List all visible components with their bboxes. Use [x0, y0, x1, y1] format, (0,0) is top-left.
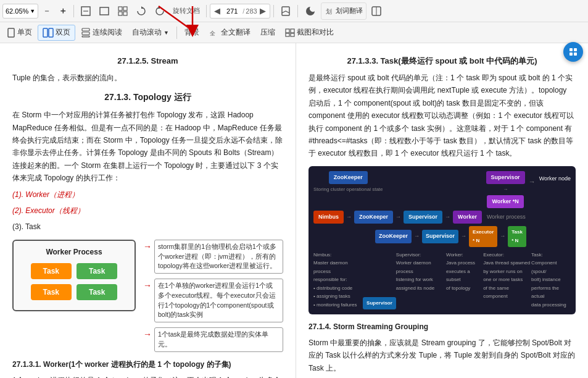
list-2-text: (2). Executor（线程） — [12, 206, 85, 215]
word-translate-button[interactable]: 划 划词翻译 — [321, 2, 366, 20]
supervisor-cell-1: Supervisor — [486, 171, 525, 184]
page-separator: / — [242, 7, 244, 15]
auto-scroll-button[interactable]: 自动滚动 ▼ — [128, 25, 173, 41]
svg-rect-20 — [82, 32, 89, 35]
svg-rect-27 — [569, 48, 573, 51]
zoom-value: 62.05% — [6, 7, 28, 15]
nimbus-cell: Nimbus — [313, 211, 344, 224]
compress-label: 压缩 — [260, 27, 275, 38]
task-button-3: Task — [31, 284, 72, 300]
executor-cell: Executor* N — [469, 226, 497, 246]
task-section-text: 是最终运行 spout 或 bolt 代码的单元（注：1 个 task 即为 s… — [308, 72, 576, 160]
capture-button[interactable]: 截图和对比 — [281, 25, 338, 41]
annotation-3: → 1个task是最终完成数据处理的实体单元。 — [143, 327, 283, 352]
storm-architecture-diagram: ZooKeeper Storing cluster operational st… — [308, 166, 576, 314]
toolbar-row2: 单页 双页 连续阅读 自动滚动 ▼ 背景 全 全文翻译 压缩 截图和对比 — [0, 22, 588, 43]
ann-arrow-3: → — [143, 327, 152, 342]
single-page-button[interactable]: 单页 — [2, 25, 36, 41]
fit-width-button[interactable] — [96, 2, 113, 20]
continuous-read-button[interactable]: 连续阅读 — [77, 25, 126, 41]
page-total: 283 — [246, 7, 257, 15]
separator3 — [273, 5, 274, 17]
topology-p1: 在 Storm 中一个对应用的计算任务被打包作 Topology 发布，这跟 H… — [12, 109, 283, 184]
list-item-1: (1). Worker（进程） — [12, 188, 283, 201]
bookmark-button[interactable] — [277, 2, 294, 20]
svg-rect-16 — [8, 28, 14, 37]
next-page-button[interactable]: ▶ — [259, 6, 267, 15]
svg-marker-10 — [141, 6, 144, 9]
svg-rect-9 — [123, 12, 127, 15]
zookeeper-mid-cell: ZooKeeper — [354, 211, 393, 224]
zoom-control[interactable]: 62.05% ▼ — [2, 4, 38, 19]
annotation-2: → 在1个单独的worker进程里会运行1个或多个executor线程。每个ex… — [143, 279, 283, 322]
task-button-4: Task — [77, 284, 117, 300]
worker-diagram-container: Worker Process Task Task Task Task → sto… — [12, 240, 283, 352]
rotate-ccw-button[interactable] — [151, 2, 168, 20]
svg-rect-21 — [82, 36, 89, 37]
capture-label: 截图和对比 — [297, 27, 334, 38]
fit-page-button[interactable] — [77, 2, 94, 20]
page-navigation: ◀ / 283 ▶ — [210, 4, 270, 19]
separator2 — [206, 5, 207, 17]
nimbus-desc-label: Nimbus:Master daemon processresponsible … — [313, 251, 363, 309]
supervisor-mid-cell: Supervisor — [404, 211, 442, 224]
separator5 — [176, 27, 177, 39]
double-page-button[interactable]: 双页 — [38, 25, 75, 41]
worker-mid-cell: Worker — [453, 211, 482, 224]
grouping-text: Storm 中最重要的抽象，应该就是 Stream grouping 了，它能够… — [308, 337, 576, 374]
full-translate-label: 全文翻译 — [221, 27, 251, 38]
supervisor-bottom-cell: Supervisor — [422, 230, 458, 243]
svg-rect-24 — [291, 29, 294, 33]
supervisor-desc-label: Supervisor:Worker daemon processlistenin… — [396, 251, 446, 309]
separator1 — [73, 5, 74, 17]
worker-subsection-text: 1个 worker 进程执行的是 1 个 topology 的子集（注：不会出现… — [12, 374, 283, 378]
task-desc-label: Task:Component (spout/bolt) instanceperf… — [531, 251, 571, 309]
worker-desc-label: Worker:Java processexecutes a subsetof t… — [446, 251, 483, 309]
rotate-cw-button[interactable] — [133, 2, 150, 20]
background-button[interactable]: 背景 — [180, 25, 204, 41]
compress-button[interactable]: 压缩 — [256, 25, 280, 41]
zoom-dropdown-icon[interactable]: ▼ — [30, 8, 35, 14]
svg-rect-18 — [49, 28, 53, 37]
task-button-2: Task — [77, 263, 117, 279]
task-button-1: Task — [31, 263, 72, 279]
right-panel[interactable]: 27.1.3.3. Task(最终运行 spout 或 bolt 中代码的单元)… — [296, 43, 588, 378]
grouping-section-title: 27.1.4. Storm Streaming Grouping — [308, 321, 576, 333]
list-1-text: (1). Worker（进程） — [12, 190, 79, 199]
worker-process-box: Worker Process Task Task Task Task — [12, 240, 136, 311]
ann-text-3: 1个task是最终完成数据处理的实体单元。 — [154, 327, 283, 352]
scroll-button[interactable] — [563, 42, 583, 62]
word-translate-label: 划词翻译 — [336, 6, 363, 15]
svg-text:划: 划 — [326, 8, 332, 15]
storing-label: Storing cluster operational state — [313, 185, 383, 194]
night-mode-button[interactable] — [301, 2, 320, 20]
capture-compare-button[interactable] — [368, 2, 385, 20]
zoom-in-button[interactable]: ＋ — [56, 2, 70, 20]
executor-desc-label: Executor:Java thread spawnedby worker ru… — [483, 251, 531, 309]
list-item-3: (3). Task — [12, 220, 283, 233]
svg-rect-23 — [286, 29, 289, 33]
svg-rect-8 — [118, 12, 122, 15]
toolbar-row1: 62.05% ▼ － ＋ 旋转文档 ◀ / 283 ▶ — [0, 0, 588, 22]
single-page-label: 单页 — [17, 27, 32, 38]
background-label: 背景 — [184, 27, 199, 38]
svg-marker-11 — [157, 6, 160, 9]
svg-rect-29 — [569, 52, 573, 56]
svg-rect-28 — [574, 48, 577, 51]
prev-page-button[interactable]: ◀ — [213, 6, 222, 15]
auto-scroll-dropdown[interactable]: ▼ — [164, 30, 169, 36]
zookeeper-top-label: ZooKeeper — [329, 171, 368, 184]
ann-text-1: storm集群里的1台物理机会启动1个或多个worker进程（即：jvm进程），… — [154, 240, 283, 274]
auto-scroll-label: 自动滚动 — [132, 27, 162, 38]
svg-rect-26 — [291, 33, 294, 36]
full-translate-button[interactable]: 全 全文翻译 — [205, 25, 255, 41]
ann-text-2: 在1个单独的worker进程里会运行1个或多个executor线程。每个exec… — [154, 279, 283, 322]
rotate-label: 旋转文档 — [170, 5, 203, 17]
continuous-read-label: 连续阅读 — [93, 27, 122, 38]
svg-rect-6 — [118, 7, 122, 10]
zoom-out-button[interactable]: － — [39, 2, 54, 20]
page-input[interactable] — [223, 7, 241, 15]
svg-text:全: 全 — [210, 30, 215, 36]
thumbnail-button[interactable] — [114, 2, 131, 20]
left-panel[interactable]: 27.1.2.5. Stream Tuple 的集合，表示数据的流向。 27.1… — [0, 43, 296, 378]
